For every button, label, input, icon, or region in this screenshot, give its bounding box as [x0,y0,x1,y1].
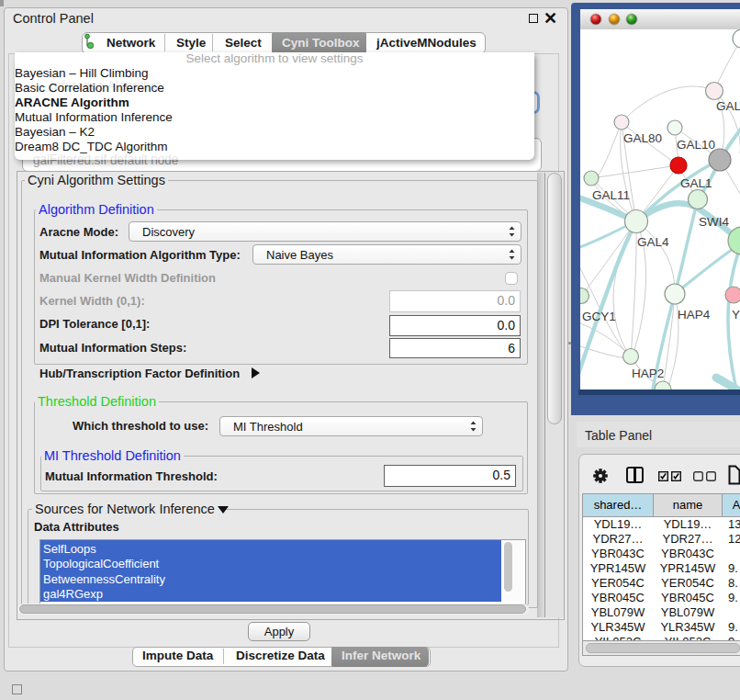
svg-text:HAP4: HAP4 [678,308,711,322]
svg-text:GAL4: GAL4 [637,235,669,249]
svg-text:GAL11: GAL11 [592,188,630,202]
svg-text:SWI4: SWI4 [699,215,729,229]
svg-text:GAL80: GAL80 [623,131,662,145]
svg-text:GAL1: GAL1 [680,176,712,190]
svg-text:GAL7: GAL7 [716,99,740,113]
svg-text:YM: YM [732,308,740,322]
svg-text:GAL10: GAL10 [677,138,715,152]
svg-text:HAP2: HAP2 [632,367,664,380]
svg-text:GCY1: GCY1 [582,310,616,323]
